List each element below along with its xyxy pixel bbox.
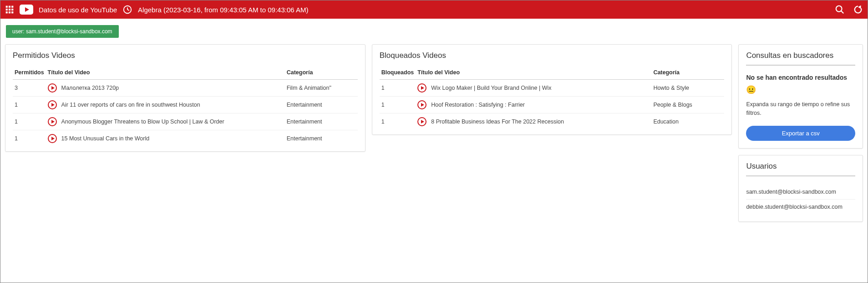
blocked-title: Bloqueados Videos [380,51,725,60]
page-title: Datos de uso de YouTube [39,6,117,14]
play-icon[interactable] [417,117,426,126]
search-queries-title: Consultas en buscadores [746,51,855,60]
category-cell: Entertainment [285,130,358,147]
category-cell: Howto & Style [651,80,724,97]
table-row: 1Air 11 over reports of cars on fire in … [13,97,358,113]
title-cell: Hoof Restoration : Satisfying : Farrier [416,97,651,113]
count-cell: 1 [13,113,46,130]
title-cell: 8 Profitable Business Ideas For The 2022… [416,113,651,130]
title-cell: Малолетка 2013 720p [46,80,285,97]
svg-rect-1 [9,6,10,8]
play-icon[interactable] [48,134,57,143]
category-cell: Entertainment [285,97,358,113]
play-icon[interactable] [417,100,426,109]
svg-line-15 [841,11,844,14]
svg-rect-2 [11,6,13,8]
video-title[interactable]: Hoof Restoration : Satisfying : Farrier [431,102,525,108]
svg-line-13 [127,10,129,10]
video-title[interactable]: 15 Most Unusual Cars in the World [61,135,150,142]
allowed-table: Permitidos Título del Video Categoría 3М… [13,66,358,147]
category-cell: Entertainment [285,113,358,130]
no-results-text: No se han encontrado resultados [746,74,855,81]
count-cell: 1 [13,130,46,147]
search-icon[interactable] [835,5,845,15]
play-icon[interactable] [417,83,426,93]
divider [746,175,855,176]
video-title[interactable]: Anonymous Blogger Threatens to Blow Up S… [61,118,224,125]
svg-point-14 [836,6,842,12]
page-subtitle: Algebra (2023-03-16, from 09:43:05 AM to… [138,6,308,14]
content: user: sam.student@blocksi-sandbox.com Pe… [0,19,868,227]
count-cell: 1 [380,80,416,97]
hint-text: Expanda su rango de tiempo o refine sus … [746,100,855,118]
allowed-col-category: Categoría [285,66,358,80]
video-title[interactable]: Wix Logo Maker | Build Your Brand Online… [431,85,551,91]
count-cell: 1 [13,97,46,113]
users-card: Usuarios sam.student@blocksi-sandbox.com… [738,155,863,222]
title-cell: 15 Most Unusual Cars in the World [46,130,285,147]
svg-rect-0 [6,6,8,8]
title-cell: Wix Logo Maker | Build Your Brand Online… [416,80,651,97]
count-cell: 3 [13,80,46,97]
youtube-icon[interactable] [20,5,33,15]
play-icon[interactable] [48,83,57,93]
svg-rect-6 [6,11,8,13]
play-icon[interactable] [48,100,57,109]
apps-icon[interactable] [5,5,14,14]
user-chip[interactable]: user: sam.student@blocksi-sandbox.com [6,25,119,38]
refresh-icon[interactable] [853,5,863,15]
title-cell: Anonymous Blogger Threatens to Blow Up S… [46,113,285,130]
svg-marker-16 [858,5,861,9]
users-title: Usuarios [746,162,855,171]
table-row: 1Wix Logo Maker | Build Your Brand Onlin… [380,80,725,97]
divider [746,65,855,66]
category-cell: People & Blogs [651,97,724,113]
svg-rect-5 [11,9,13,10]
count-cell: 1 [380,113,416,130]
search-queries-card: Consultas en buscadores No se han encont… [738,44,863,149]
svg-rect-8 [11,11,13,13]
category-cell: Film & Animation" [285,80,358,97]
clock-icon [122,5,132,15]
blocked-col-count: Bloqueados [380,66,416,80]
blocked-videos-card: Bloqueados Videos Bloqueados Título del … [372,44,732,135]
category-cell: Education [651,113,724,130]
count-cell: 1 [380,97,416,113]
svg-rect-4 [9,9,10,10]
allowed-title: Permitidos Videos [13,51,358,60]
neutral-face-icon: 😐 [746,85,855,95]
allowed-col-title: Título del Video [46,66,285,80]
list-item[interactable]: debbie.student@blocksi-sandbox.com [746,200,855,214]
blocked-col-title: Título del Video [416,66,651,80]
title-cell: Air 11 over reports of cars on fire in s… [46,97,285,113]
table-row: 1Hoof Restoration : Satisfying : Farrier… [380,97,725,113]
video-title[interactable]: Air 11 over reports of cars on fire in s… [61,102,200,108]
blocked-col-category: Categoría [651,66,724,80]
topbar: Datos de uso de YouTube Algebra (2023-03… [0,0,868,19]
table-row: 3Малолетка 2013 720pFilm & Animation" [13,80,358,97]
table-row: 115 Most Unusual Cars in the WorldEntert… [13,130,358,147]
play-icon[interactable] [48,117,57,126]
table-row: 18 Profitable Business Ideas For The 202… [380,113,725,130]
allowed-col-count: Permitidos [13,66,46,80]
table-row: 1Anonymous Blogger Threatens to Blow Up … [13,113,358,130]
svg-rect-3 [6,9,8,10]
export-csv-button[interactable]: Exportar a csv [746,126,855,141]
allowed-videos-card: Permitidos Videos Permitidos Título del … [5,44,365,152]
blocked-table: Bloqueados Título del Video Categoría 1W… [380,66,725,130]
video-title[interactable]: Малолетка 2013 720p [61,85,119,91]
svg-rect-7 [9,11,10,13]
video-title[interactable]: 8 Profitable Business Ideas For The 2022… [431,118,564,125]
list-item[interactable]: sam.student@blocksi-sandbox.com [746,185,855,200]
